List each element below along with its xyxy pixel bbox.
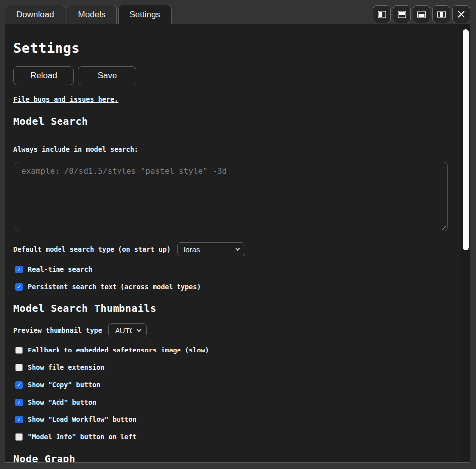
- default-search-type-row: Default model search type (on start up) …: [13, 242, 455, 256]
- model-info-left-checkbox[interactable]: [15, 433, 23, 441]
- persistent-search-label: Persistent search text (across model typ…: [28, 283, 201, 291]
- dock-right-button[interactable]: [432, 5, 450, 23]
- model-search-heading: Model Search: [13, 116, 455, 127]
- dock-top-icon: [398, 11, 406, 18]
- settings-content: Settings Reload Save File bugs and issue…: [5, 40, 470, 463]
- show-copy-button-label: Show "Copy" button: [28, 381, 100, 389]
- preview-thumbnail-select[interactable]: AUTO: [108, 323, 147, 337]
- vertical-scrollbar[interactable]: [461, 24, 470, 462]
- model-info-left-label: "Model Info" button on left: [28, 433, 136, 441]
- node-graph-heading: Node Graph: [13, 453, 455, 463]
- realtime-search-checkbox[interactable]: ✓: [15, 266, 23, 273]
- page-title: Settings: [13, 40, 455, 56]
- show-file-extension-checkbox[interactable]: [15, 364, 23, 371]
- tab-settings-label: Settings: [129, 10, 160, 20]
- show-copy-button-row: ✓ Show "Copy" button: [15, 381, 455, 389]
- fallback-safetensors-row: Fallback to embedded safetensors image (…: [15, 346, 455, 354]
- dock-bottom-icon: [417, 11, 426, 18]
- show-add-button-row: ✓ Show "Add" button: [15, 398, 455, 406]
- close-button[interactable]: [452, 5, 470, 23]
- fallback-safetensors-label: Fallback to embedded safetensors image (…: [28, 346, 209, 354]
- always-include-field-wrap: [15, 162, 448, 231]
- tab-download-label: Download: [16, 10, 54, 20]
- window-controls: [373, 5, 470, 23]
- dock-right-icon: [437, 11, 446, 18]
- default-search-type-select-wrap: loras: [177, 242, 245, 256]
- show-file-extension-row: Show file extension: [15, 363, 455, 371]
- show-load-workflow-row: ✓ Show "Load Workflow" button: [15, 415, 455, 423]
- save-button[interactable]: Save: [78, 66, 136, 85]
- top-bar: Download Models Settings: [0, 0, 476, 24]
- show-add-button-checkbox[interactable]: ✓: [15, 399, 23, 406]
- fallback-safetensors-checkbox[interactable]: [15, 347, 23, 354]
- show-file-extension-label: Show file extension: [28, 363, 104, 371]
- tab-models[interactable]: Models: [67, 5, 117, 24]
- settings-panel: Settings Reload Save File bugs and issue…: [5, 24, 470, 463]
- close-icon: [457, 10, 465, 18]
- persistent-search-checkbox[interactable]: ✓: [15, 283, 23, 291]
- default-search-type-label: Default model search type (on start up): [13, 245, 171, 253]
- default-search-type-select[interactable]: loras: [177, 242, 245, 256]
- tab-models-label: Models: [78, 10, 106, 20]
- scrollbar-thumb[interactable]: [463, 29, 469, 250]
- thumbnails-heading: Model Search Thumbnails: [13, 302, 455, 314]
- tab-bar: Download Models Settings: [5, 5, 173, 24]
- dock-top-button[interactable]: [393, 5, 411, 23]
- preview-thumbnail-row: Preview thumbnail type AUTO: [13, 323, 455, 337]
- tab-settings[interactable]: Settings: [118, 5, 171, 24]
- show-copy-button-checkbox[interactable]: ✓: [15, 381, 23, 389]
- always-include-label: Always include in model search:: [13, 145, 455, 153]
- action-buttons: Reload Save: [13, 66, 455, 85]
- persistent-search-row: ✓ Persistent search text (across model t…: [15, 283, 455, 291]
- reload-button[interactable]: Reload: [13, 66, 74, 85]
- dock-bottom-button[interactable]: [413, 5, 430, 23]
- tab-download[interactable]: Download: [5, 5, 65, 24]
- show-load-workflow-label: Show "Load Workflow" button: [28, 415, 136, 423]
- dock-left-icon: [378, 11, 386, 18]
- realtime-search-label: Real-time search: [28, 265, 92, 273]
- preview-thumbnail-select-wrap: AUTO: [108, 323, 147, 337]
- dock-left-button[interactable]: [373, 5, 391, 23]
- preview-thumbnail-label: Preview thumbnail type: [13, 326, 102, 334]
- show-add-button-label: Show "Add" button: [28, 398, 96, 406]
- realtime-search-row: ✓ Real-time search: [15, 265, 455, 273]
- always-include-textarea[interactable]: [15, 162, 448, 231]
- model-info-left-row: "Model Info" button on left: [15, 433, 455, 441]
- show-load-workflow-checkbox[interactable]: ✓: [15, 416, 23, 423]
- file-bugs-link[interactable]: File bugs and issues here.: [13, 95, 118, 103]
